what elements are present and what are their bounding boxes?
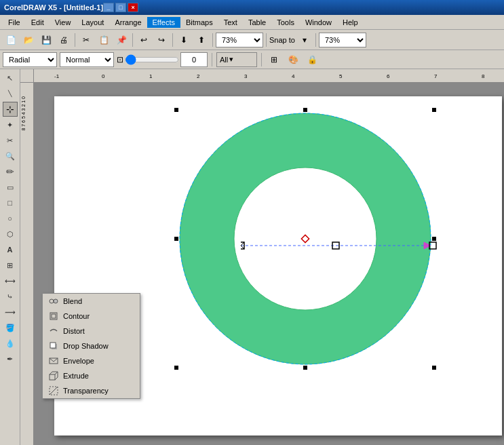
separator-prop2	[261, 53, 262, 66]
color-mode-button[interactable]: 🎨	[285, 52, 301, 68]
menu-window[interactable]: Window	[300, 17, 337, 28]
svg-point-1	[234, 168, 376, 310]
cut-button[interactable]: ✂	[78, 32, 94, 48]
svg-point-12	[54, 299, 58, 303]
menu-help[interactable]: Help	[337, 17, 364, 28]
close-button[interactable]: ×	[128, 3, 138, 12]
blend-label: Blend	[63, 297, 82, 305]
extrude-icon	[48, 370, 59, 381]
pick-tool[interactable]: ╲	[3, 86, 18, 101]
minimize-button[interactable]: _	[103, 3, 114, 12]
import-button[interactable]: ⬇	[176, 32, 192, 48]
opacity-slider[interactable]	[125, 54, 179, 65]
extrude-label: Extrude	[63, 372, 89, 380]
freehand-tool[interactable]: ✏	[3, 164, 18, 179]
interactive-fill-tool[interactable]: ⊹	[3, 102, 18, 117]
menu-item-distort[interactable]: Distort	[43, 324, 140, 338]
open-button[interactable]: 📂	[20, 32, 37, 48]
menu-edit[interactable]: Edit	[26, 17, 50, 28]
separator-5	[266, 33, 267, 47]
separator-3	[172, 33, 173, 47]
export-button[interactable]: ⬆	[193, 32, 210, 48]
ruler-tick-4: 4	[292, 73, 294, 79]
all-dropdown[interactable]: All ▾	[216, 52, 257, 67]
menu-file[interactable]: File	[3, 17, 26, 28]
ruler-tick-0: 0	[102, 73, 104, 79]
envelope-label: Envelope	[63, 357, 94, 365]
opacity-input[interactable]	[180, 52, 208, 67]
copy-button[interactable]: 📋	[96, 32, 112, 48]
menu-text[interactable]: Text	[218, 17, 243, 28]
ruler-tick-1: 1	[149, 73, 152, 79]
eyedropper-tool[interactable]: 💧	[3, 336, 18, 351]
paste-button[interactable]: 📌	[113, 32, 130, 48]
menu-arrange[interactable]: Arrange	[109, 17, 147, 28]
drop-shadow-icon	[48, 341, 59, 351]
polygon-tool[interactable]: ⬡	[3, 227, 18, 241]
menu-item-blend[interactable]: Blend	[43, 294, 140, 309]
maximize-button[interactable]: □	[115, 3, 126, 12]
ellipse-tool[interactable]: ○	[3, 211, 18, 226]
rectangle-tool[interactable]: □	[3, 195, 18, 210]
snap-to-dropdown[interactable]: ▾	[296, 32, 313, 48]
svg-rect-16	[50, 343, 56, 348]
menu-item-envelope[interactable]: Envelope	[43, 353, 140, 368]
zoom-tool[interactable]: 🔍	[3, 149, 18, 163]
dimension-tool[interactable]: ⟷	[3, 273, 18, 288]
handle-bottom[interactable]	[303, 365, 308, 370]
blend-mode-select[interactable]: Normal Multiply Screen Overlay	[60, 52, 114, 67]
dropdown-arrow: ▾	[229, 55, 233, 64]
menu-view[interactable]: View	[50, 17, 77, 28]
fill-type-select[interactable]: Radial None Linear Conical Square	[3, 52, 57, 67]
envelope-icon	[48, 355, 59, 366]
handle-right[interactable]	[431, 236, 437, 241]
svg-rect-18	[50, 374, 55, 380]
separator-prop	[212, 53, 212, 66]
handle-topleft[interactable]	[174, 107, 179, 113]
save-button[interactable]: 💾	[38, 32, 54, 48]
menu-table[interactable]: Table	[243, 17, 271, 28]
table-tool[interactable]: ⊞	[3, 258, 18, 273]
undo-button[interactable]: ↩	[136, 32, 152, 48]
blend-icon	[48, 296, 59, 307]
menu-layout[interactable]: Layout	[76, 17, 109, 28]
menu-item-transparency[interactable]: Transparency	[43, 383, 140, 398]
snap-grid-button[interactable]: ⊞	[266, 52, 282, 68]
handle-left[interactable]	[174, 236, 179, 241]
window-controls[interactable]: _ □ ×	[103, 3, 138, 12]
handle-top[interactable]	[303, 107, 308, 113]
ruler-corner	[20, 69, 34, 83]
menu-item-extrude[interactable]: Extrude	[43, 368, 140, 383]
text-tool[interactable]: A	[3, 242, 18, 257]
menu-tools[interactable]: Tools	[271, 17, 300, 28]
redo-button[interactable]: ↪	[153, 32, 170, 48]
blend-tool[interactable]: ⟿	[3, 305, 18, 320]
print-button[interactable]: 🖨	[56, 32, 72, 48]
lock-button[interactable]: 🔒	[304, 52, 320, 68]
separator-6	[315, 33, 316, 47]
crop-tool[interactable]: ✂	[3, 133, 18, 148]
menu-effects[interactable]: Effects	[147, 17, 180, 28]
outline-tool[interactable]: ✒	[3, 351, 18, 366]
separator-1	[75, 33, 75, 47]
zoom-select[interactable]: 73%	[216, 33, 263, 47]
shape-tool[interactable]: ✦	[3, 117, 18, 132]
menu-item-contour[interactable]: Contour	[43, 309, 140, 324]
menu-bitmaps[interactable]: Bitmaps	[180, 17, 218, 28]
ruler-tick-5: 5	[339, 73, 342, 79]
select-tool[interactable]: ↖	[3, 71, 18, 85]
ruler-tick-2: 2	[197, 73, 199, 79]
fill-tool[interactable]: 🪣	[3, 320, 18, 335]
new-button[interactable]: 📄	[3, 32, 19, 48]
handle-bottomright[interactable]	[431, 365, 437, 370]
handle-topright[interactable]	[431, 107, 437, 113]
menu-item-drop-shadow[interactable]: Drop Shadow	[43, 338, 140, 353]
ring-shape[interactable]	[176, 110, 434, 368]
zoom-select-2[interactable]: 73%	[319, 33, 366, 47]
ruler-tick-6: 6	[387, 73, 389, 79]
svg-line-19	[55, 372, 58, 374]
smart-fill-tool[interactable]: ▭	[3, 180, 18, 195]
distort-icon	[48, 326, 59, 336]
connector-tool[interactable]: ⤷	[3, 289, 18, 304]
handle-bottomleft[interactable]	[174, 365, 179, 370]
